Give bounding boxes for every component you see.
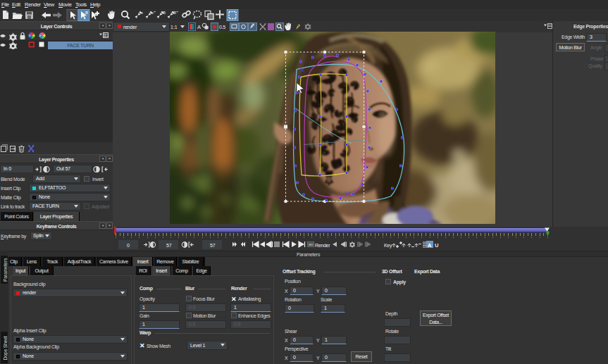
svg-text:B: B bbox=[163, 11, 166, 15]
svg-text:x: x bbox=[141, 11, 143, 15]
svg-text:wn: wn bbox=[309, 242, 314, 246]
svg-text:Key: Key bbox=[384, 243, 392, 249]
svg-text:render: render bbox=[123, 25, 137, 30]
svg-text:A: A bbox=[197, 24, 201, 30]
svg-text:Render: Render bbox=[315, 243, 330, 248]
svg-text:57: 57 bbox=[210, 243, 216, 248]
svg-text:0: 0 bbox=[127, 243, 130, 248]
svg-text:0.5: 0.5 bbox=[219, 25, 225, 30]
svg-text:A: A bbox=[428, 242, 432, 249]
svg-text:x⁺: x⁺ bbox=[151, 11, 156, 15]
svg-text:57: 57 bbox=[166, 243, 172, 248]
svg-text:B⁺: B⁺ bbox=[173, 11, 178, 15]
svg-text:B: B bbox=[85, 11, 88, 15]
svg-text:U: U bbox=[435, 242, 438, 249]
svg-text:1:1: 1:1 bbox=[170, 25, 178, 30]
